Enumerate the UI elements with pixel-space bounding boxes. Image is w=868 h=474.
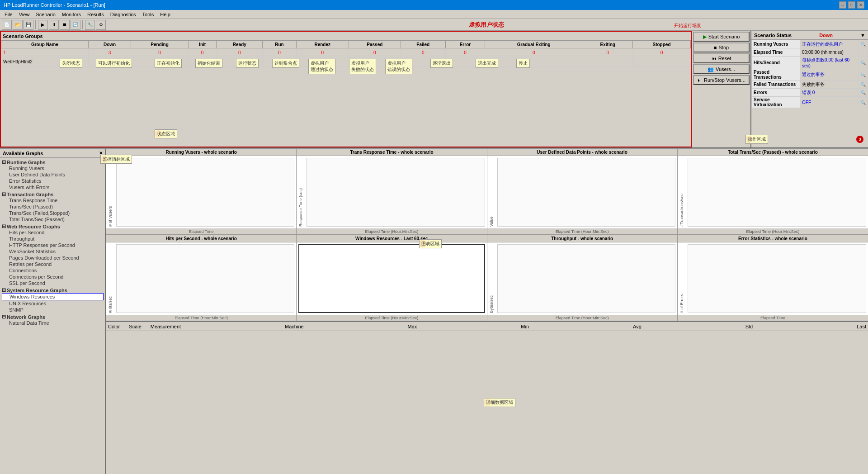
play-icon: ▶ (703, 34, 707, 40)
graph2-x-label: Elapsed Time (Hour:Min:Sec) (297, 228, 486, 234)
tree-item-trans-response[interactable]: Trans Response Time (2, 197, 104, 204)
open-button[interactable]: 📂 (13, 20, 23, 30)
tree-item-http-responses[interactable]: HTTP Responses per Second (2, 242, 104, 248)
tree-item-ssl-second[interactable]: SSL per Second (2, 280, 104, 286)
label-service-virt: Service Virtualization (752, 97, 800, 108)
tool6[interactable]: ⚙ (96, 20, 106, 30)
tree-item-connections[interactable]: Connections (2, 267, 104, 274)
tree-item-pages-downloaded[interactable]: Pages Downloaded per Second (2, 255, 104, 261)
save-button[interactable]: 💾 (24, 20, 33, 30)
tree-group-transaction[interactable]: ⊟ Transaction Graphs Trans Response Time… (1, 191, 104, 223)
col-down: Down (88, 41, 131, 48)
pause-button[interactable]: ⏸ (49, 20, 59, 30)
tree-item-vusers-errors[interactable]: Vusers with Errors (2, 184, 104, 190)
tree-item-throughput[interactable]: Throughput (2, 236, 104, 242)
tree-item-trans-sec-failed[interactable]: Trans/Sec (Failed,Stopped) (2, 210, 104, 216)
search-icon-3[interactable]: 🔍 (861, 73, 866, 77)
tree-item-total-trans[interactable]: Total Trans/Sec (Passed) (2, 216, 104, 223)
row1-run: 0 (263, 48, 296, 57)
menu-diagnostics[interactable]: Diagnostics (108, 11, 139, 18)
menu-help[interactable]: Help (157, 11, 173, 18)
run-stop-vusers-button[interactable]: ⏯ Run/Stop Vusers... (693, 75, 750, 85)
tree-group-system[interactable]: ⊟ System Resource Graphs Windows Resourc… (1, 287, 104, 313)
start-scenario-button[interactable]: ▶ Start Scenario (693, 32, 750, 42)
tree-item-user-defined[interactable]: User Defined Data Points (2, 171, 104, 178)
search-icon-4[interactable]: 🔍 (861, 82, 866, 87)
col-passed: Passed (349, 41, 401, 48)
close-graphs-button[interactable]: ✕ (99, 151, 103, 156)
users-icon: 👥 (708, 66, 714, 72)
menu-file[interactable]: File (2, 11, 15, 18)
search-icon-1[interactable]: 🔍 (861, 42, 866, 47)
row2-failed (401, 57, 445, 66)
search-icon-2[interactable]: 🔍 (861, 61, 866, 65)
graph4-y-label: #Transactions/sec (678, 156, 686, 228)
tree-item-hits-second[interactable]: Hits per Second (2, 229, 104, 236)
graph7-inner (497, 244, 675, 313)
tree-item-natural-data[interactable]: Natural Data Time (2, 320, 104, 326)
graph8-y-label: # of Errors (678, 242, 686, 315)
graph2-body: Response Time (sec) (297, 156, 486, 228)
collapse-icon-system: ⊟ (2, 287, 6, 293)
menu-monitors[interactable]: Monitors (59, 11, 84, 18)
graph7-y-label: Bytes/sec (487, 242, 495, 315)
minimize-button[interactable]: ─ (839, 1, 846, 9)
graph2-title: Trans Response Time - whole scenario (297, 149, 486, 156)
graph8-title: Error Statistics - whole scenario (678, 235, 868, 242)
run-button[interactable]: ▶ (38, 20, 48, 30)
value-hits-second: 每秒点击数0.00 (last 60 sec) (800, 57, 859, 69)
col-error: Error (445, 41, 485, 48)
row1-passed: 0 (349, 48, 401, 57)
col-group-name: Group Name (1, 41, 89, 48)
vusers-button[interactable]: 👥 Vusers... (693, 64, 750, 74)
tree-group-runtime[interactable]: ⊟ Runtime Graphs Running Vusers User Def… (1, 159, 104, 191)
stop-button[interactable]: ⏹ (60, 20, 70, 30)
table-row: WebHttpHtml2 3 (1, 57, 691, 66)
tree-item-trans-sec-passed[interactable]: Trans/Sec (Passed) (2, 204, 104, 210)
tree-item-windows-resources[interactable]: Windows Resources (2, 293, 104, 300)
tree-group-network[interactable]: ⊟ Network Graphs Natural Data Time (1, 313, 104, 327)
tool5[interactable]: 🔧 (85, 20, 95, 30)
legend-machine: Machine (285, 324, 304, 329)
stop-label: Stop (719, 45, 729, 50)
minimize-icon[interactable]: ▼ (860, 33, 865, 38)
status-row: Passed Transactions 通过的事务 🔍 (752, 69, 868, 81)
run-stop-label: Run/Stop Vusers... (704, 77, 745, 83)
graphs-tree: ⊟ Runtime Graphs Running Vusers User Def… (0, 158, 105, 474)
tree-item-error-stats[interactable]: Error Statistics (2, 178, 104, 184)
new-button[interactable]: 📄 (2, 20, 12, 30)
tree-group-web[interactable]: ⊟ Web Resource Graphs Hits per Second Th… (1, 223, 104, 287)
stop-button[interactable]: ■ Stop (693, 43, 750, 52)
menu-scenario[interactable]: Scenario (33, 11, 58, 18)
row1-error: 0 (445, 48, 485, 57)
label-running-vusers: Running Vusers (752, 40, 800, 48)
search-icon-6[interactable]: 🔍 (861, 100, 866, 105)
label-failed-trans: Failed Transactions (752, 81, 800, 89)
menu-view[interactable]: View (16, 11, 33, 18)
menu-tools[interactable]: Tools (140, 11, 157, 18)
close-button[interactable]: ✕ (857, 1, 864, 9)
search-icon-5[interactable]: 🔍 (861, 90, 866, 95)
annotation-status-area: 状态区域 (155, 129, 177, 138)
main: Scenario Groups Group Name Down Pending … (0, 31, 868, 474)
scenario-groups-header: Scenario Groups (1, 32, 691, 41)
reset-button[interactable]: ⏮ Reset (693, 53, 750, 63)
row1-failed: 0 (401, 48, 445, 57)
scenario-controls-panel: 开始运行场景 ▶ Start Scenario ■ Stop ⏮ Reset 👥… (692, 31, 750, 147)
menu-results[interactable]: Results (85, 11, 107, 18)
tree-item-websocket[interactable]: WebSocket Statistics (2, 248, 104, 255)
toolbar-title: 虚拟用户状态 (107, 21, 866, 29)
tree-item-snmp[interactable]: SNMP (2, 307, 104, 313)
tree-item-unix-resources[interactable]: UNIX Resources (2, 300, 104, 307)
tree-item-connections-sec[interactable]: Connections per Second (2, 274, 104, 280)
graph-row-1: Running Vusers - whole scenario # of Vus… (106, 149, 868, 235)
tree-item-retries[interactable]: Retries per Second (2, 261, 104, 267)
tree-item-running-vusers[interactable]: Running Vusers (2, 165, 104, 171)
annotation-detail-area: 详细数据区域 (484, 398, 515, 407)
status-row: Elapsed Time 00:00:00 (hh:mm:ss) (752, 48, 868, 57)
graph4-x-label: Elapsed Time (Hour:Min:Sec) (678, 228, 868, 234)
refresh-button[interactable]: 🔄 (71, 20, 80, 30)
maximize-button[interactable]: □ (848, 1, 855, 9)
graph2-y-label: Response Time (sec) (297, 156, 305, 228)
label-hits-second: Hits/Second (752, 57, 800, 69)
